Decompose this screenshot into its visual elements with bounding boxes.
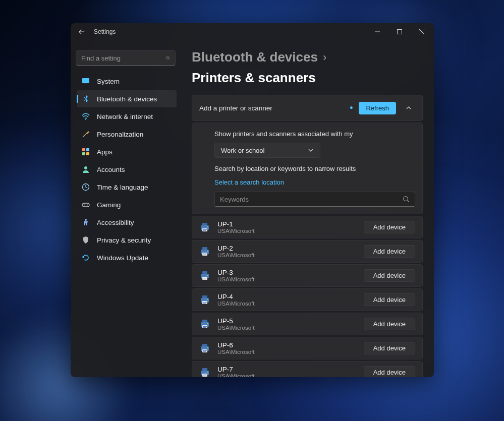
add-device-button[interactable]: Add device: [364, 245, 415, 258]
svg-point-14: [85, 219, 87, 221]
sidebar-item-label: Time & language: [97, 184, 148, 191]
search-input-field[interactable]: [81, 54, 166, 62]
device-location: USA\Microsoft: [217, 276, 357, 282]
svg-rect-28: [202, 271, 207, 274]
svg-point-13: [87, 205, 88, 206]
svg-rect-43: [203, 326, 207, 327]
nav-icon: [82, 112, 90, 121]
device-location: USA\Microsoft: [217, 349, 357, 355]
svg-rect-5: [82, 148, 85, 151]
breadcrumb-separator-icon: ›: [323, 51, 326, 64]
device-location: USA\Microsoft: [217, 373, 357, 377]
chevron-up-icon: [406, 105, 412, 111]
svg-rect-38: [203, 303, 206, 304]
sidebar: SystemBluetooth & devicesNetwork & inter…: [71, 40, 181, 377]
collapse-button[interactable]: [402, 101, 415, 114]
add-device-button[interactable]: Add device: [364, 342, 415, 354]
sidebar-item-apps[interactable]: Apps: [77, 143, 177, 160]
nav-icon: [82, 236, 90, 244]
sidebar-item-label: Bluetooth & devices: [97, 95, 157, 103]
svg-rect-37: [203, 302, 207, 303]
device-location: USA\Microsoft: [217, 228, 357, 234]
sidebar-item-label: Network & internet: [97, 113, 153, 121]
search-icon: [166, 54, 170, 62]
main-content: Bluetooth & devices › Printers & scanner…: [181, 40, 434, 377]
close-button[interactable]: [411, 24, 433, 39]
device-info: UP-5USA\Microsoft: [217, 317, 357, 331]
svg-rect-20: [203, 230, 206, 231]
keywords-input[interactable]: [214, 192, 415, 207]
status-dot-icon: •: [350, 103, 353, 112]
printer-icon: [199, 270, 210, 281]
sidebar-item-label: Accounts: [97, 166, 125, 173]
sidebar-item-system[interactable]: System: [77, 73, 177, 90]
svg-rect-16: [202, 223, 207, 225]
device-name: UP-6: [217, 341, 357, 349]
sidebar-item-label: Privacy & security: [97, 236, 151, 244]
chevron-down-icon: [308, 147, 314, 153]
svg-point-45: [207, 323, 208, 324]
device-row: UP-6USA\MicrosoftAdd device: [192, 337, 423, 359]
nav-icon: [82, 95, 90, 103]
device-location: USA\Microsoft: [217, 300, 357, 307]
sidebar-item-time-language[interactable]: Time & language: [77, 178, 177, 196]
svg-rect-25: [203, 254, 207, 254]
svg-rect-50: [203, 351, 206, 352]
sidebar-item-label: System: [97, 78, 120, 85]
device-name: UP-2: [217, 245, 357, 252]
svg-rect-56: [203, 376, 206, 376]
nav-icon: [82, 148, 90, 156]
device-name: UP-5: [217, 317, 357, 325]
nav-icon: [82, 77, 90, 85]
sidebar-item-label: Accessibility: [97, 219, 134, 226]
sidebar-item-personalization[interactable]: Personalization: [77, 126, 177, 143]
printer-icon: [199, 319, 210, 330]
maximize-button[interactable]: [388, 24, 411, 39]
printer-icon: [199, 367, 210, 378]
svg-point-15: [404, 197, 408, 201]
add-device-button[interactable]: Add device: [364, 318, 415, 330]
add-device-button[interactable]: Add device: [364, 269, 415, 282]
svg-rect-7: [82, 152, 85, 155]
svg-rect-52: [202, 368, 207, 371]
add-device-button[interactable]: Add device: [364, 366, 415, 377]
sidebar-item-network-internet[interactable]: Network & internet: [77, 108, 177, 125]
add-device-button[interactable]: Add device: [364, 293, 415, 306]
svg-point-21: [207, 226, 208, 227]
device-location: USA\Microsoft: [217, 325, 357, 331]
back-button[interactable]: [76, 26, 88, 38]
breadcrumb-parent[interactable]: Bluetooth & devices: [192, 49, 318, 65]
svg-rect-32: [203, 279, 206, 279]
device-info: UP-7USA\Microsoft: [217, 366, 357, 377]
svg-rect-8: [86, 152, 89, 155]
search-input[interactable]: [76, 50, 176, 66]
device-info: UP-6USA\Microsoft: [217, 341, 357, 355]
keywords-input-field[interactable]: [220, 196, 403, 203]
sidebar-item-privacy-security[interactable]: Privacy & security: [77, 231, 177, 249]
select-location-link[interactable]: Select a search location: [214, 178, 284, 186]
device-name: UP-3: [217, 269, 357, 276]
svg-point-12: [84, 205, 85, 206]
device-row: UP-7USA\MicrosoftAdd device: [192, 361, 423, 377]
svg-point-27: [207, 251, 208, 252]
sidebar-item-windows-update[interactable]: Windows Update: [77, 249, 177, 266]
svg-point-9: [84, 166, 87, 169]
device-info: UP-3USA\Microsoft: [217, 269, 357, 282]
sidebar-item-bluetooth-devices[interactable]: Bluetooth & devices: [77, 90, 177, 107]
scope-dropdown[interactable]: Work or school: [214, 143, 320, 158]
titlebar: Settings: [71, 23, 434, 40]
svg-rect-19: [203, 229, 207, 230]
device-info: UP-4USA\Microsoft: [217, 293, 357, 307]
svg-rect-22: [202, 247, 207, 250]
sidebar-item-label: Windows Update: [97, 254, 148, 262]
nav-icon: [82, 183, 90, 191]
add-device-button[interactable]: Add device: [364, 221, 415, 233]
sidebar-item-accounts[interactable]: Accounts: [77, 161, 177, 178]
sidebar-item-label: Gaming: [97, 201, 121, 209]
minimize-button[interactable]: [366, 24, 388, 39]
nav-icon: [82, 201, 90, 209]
refresh-button[interactable]: Refresh: [359, 102, 396, 114]
sidebar-item-gaming[interactable]: Gaming: [77, 196, 177, 213]
device-row: UP-4USA\MicrosoftAdd device: [192, 288, 423, 311]
sidebar-item-accessibility[interactable]: Accessibility: [77, 214, 177, 231]
